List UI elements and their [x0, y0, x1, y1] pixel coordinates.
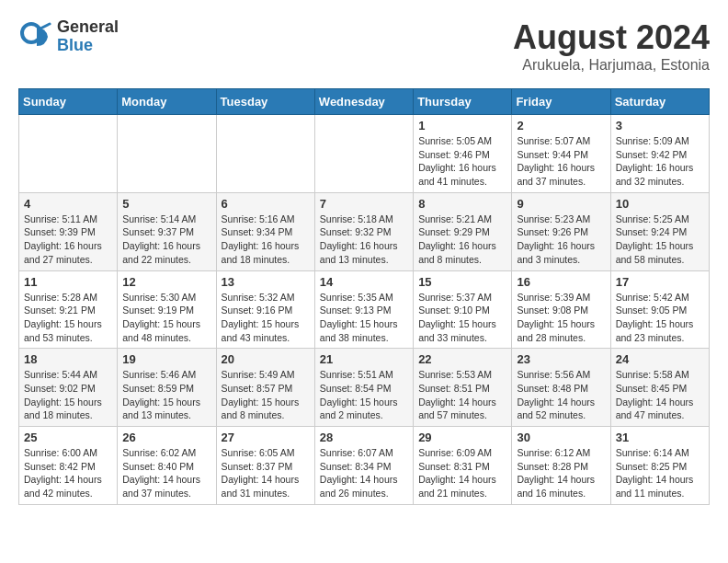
- day-number: 18: [24, 352, 112, 366]
- calendar-table: SundayMondayTuesdayWednesdayThursdayFrid…: [18, 88, 710, 505]
- day-number: 29: [418, 431, 506, 444]
- day-info: Sunrise: 5:30 AM Sunset: 9:19 PM Dayligh…: [122, 291, 210, 345]
- day-number: 11: [24, 275, 112, 289]
- day-info: Sunrise: 5:23 AM Sunset: 9:26 PM Dayligh…: [517, 213, 605, 267]
- weekday-header-row: SundayMondayTuesdayWednesdayThursdayFrid…: [19, 89, 710, 115]
- day-info: Sunrise: 5:53 AM Sunset: 8:51 PM Dayligh…: [418, 368, 506, 422]
- day-number: 30: [517, 431, 605, 444]
- calendar-cell: 16Sunrise: 5:39 AM Sunset: 9:08 PM Dayli…: [512, 270, 610, 349]
- calendar-cell: 19Sunrise: 5:46 AM Sunset: 8:59 PM Dayli…: [118, 349, 216, 427]
- day-info: Sunrise: 5:09 AM Sunset: 9:42 PM Dayligh…: [616, 134, 704, 189]
- weekday-header-tuesday: Tuesday: [216, 89, 314, 115]
- calendar-cell: [19, 115, 118, 193]
- weekday-header-sunday: Sunday: [19, 89, 118, 115]
- day-number: 1: [418, 119, 506, 132]
- calendar-cell: 27Sunrise: 6:05 AM Sunset: 8:37 PM Dayli…: [216, 427, 314, 505]
- logo-text: General Blue: [57, 18, 119, 55]
- logo-blue-text: Blue: [57, 37, 119, 55]
- calendar-cell: 31Sunrise: 6:14 AM Sunset: 8:25 PM Dayli…: [610, 427, 709, 505]
- calendar-cell: 24Sunrise: 5:58 AM Sunset: 8:45 PM Dayli…: [610, 349, 709, 427]
- day-number: 16: [517, 275, 605, 289]
- day-number: 15: [418, 275, 506, 289]
- day-number: 22: [418, 352, 506, 366]
- logo: General Blue: [18, 18, 119, 55]
- day-info: Sunrise: 6:02 AM Sunset: 8:40 PM Dayligh…: [122, 446, 210, 500]
- calendar-cell: [314, 115, 413, 193]
- day-number: 20: [222, 352, 310, 366]
- logo-general-text: General: [57, 18, 119, 37]
- calendar-header: SundayMondayTuesdayWednesdayThursdayFrid…: [19, 89, 710, 115]
- calendar-cell: 26Sunrise: 6:02 AM Sunset: 8:40 PM Dayli…: [118, 427, 216, 505]
- day-info: Sunrise: 5:42 AM Sunset: 9:05 PM Dayligh…: [616, 291, 704, 345]
- day-info: Sunrise: 5:37 AM Sunset: 9:10 PM Dayligh…: [418, 291, 506, 345]
- day-info: Sunrise: 5:58 AM Sunset: 8:45 PM Dayligh…: [616, 368, 704, 422]
- day-number: 4: [24, 197, 112, 211]
- page-header: General Blue August 2024 Arukuela, Harju…: [18, 18, 710, 74]
- week-row-1: 1Sunrise: 5:05 AM Sunset: 9:46 PM Daylig…: [19, 115, 710, 193]
- calendar-cell: 1Sunrise: 5:05 AM Sunset: 9:46 PM Daylig…: [414, 115, 512, 193]
- calendar-cell: 14Sunrise: 5:35 AM Sunset: 9:13 PM Dayli…: [314, 270, 413, 349]
- calendar-cell: 18Sunrise: 5:44 AM Sunset: 9:02 PM Dayli…: [19, 349, 118, 427]
- calendar-cell: 2Sunrise: 5:07 AM Sunset: 9:44 PM Daylig…: [512, 115, 610, 193]
- calendar-cell: 17Sunrise: 5:42 AM Sunset: 9:05 PM Dayli…: [610, 270, 709, 349]
- day-number: 25: [24, 431, 112, 444]
- week-row-3: 11Sunrise: 5:28 AM Sunset: 9:21 PM Dayli…: [19, 270, 710, 349]
- day-info: Sunrise: 5:56 AM Sunset: 8:48 PM Dayligh…: [517, 368, 605, 422]
- day-info: Sunrise: 5:32 AM Sunset: 9:16 PM Dayligh…: [222, 291, 310, 345]
- day-info: Sunrise: 5:28 AM Sunset: 9:21 PM Dayligh…: [24, 291, 112, 345]
- day-info: Sunrise: 5:44 AM Sunset: 9:02 PM Dayligh…: [24, 368, 112, 422]
- weekday-header-thursday: Thursday: [414, 89, 512, 115]
- day-info: Sunrise: 5:05 AM Sunset: 9:46 PM Dayligh…: [418, 134, 506, 189]
- day-number: 12: [122, 275, 210, 289]
- day-info: Sunrise: 6:07 AM Sunset: 8:34 PM Dayligh…: [320, 446, 408, 500]
- day-number: 17: [616, 275, 704, 289]
- calendar-cell: 4Sunrise: 5:11 AM Sunset: 9:39 PM Daylig…: [19, 192, 118, 270]
- day-number: 3: [616, 119, 704, 132]
- day-info: Sunrise: 5:11 AM Sunset: 9:39 PM Dayligh…: [24, 213, 112, 267]
- calendar-cell: 15Sunrise: 5:37 AM Sunset: 9:10 PM Dayli…: [414, 270, 512, 349]
- calendar-cell: 21Sunrise: 5:51 AM Sunset: 8:54 PM Dayli…: [314, 349, 413, 427]
- calendar-cell: 25Sunrise: 6:00 AM Sunset: 8:42 PM Dayli…: [19, 427, 118, 505]
- day-info: Sunrise: 5:21 AM Sunset: 9:29 PM Dayligh…: [418, 213, 506, 267]
- day-number: 28: [320, 431, 408, 444]
- day-info: Sunrise: 5:35 AM Sunset: 9:13 PM Dayligh…: [320, 291, 408, 345]
- calendar-cell: 28Sunrise: 6:07 AM Sunset: 8:34 PM Dayli…: [314, 427, 413, 505]
- day-number: 9: [517, 197, 605, 211]
- day-info: Sunrise: 5:25 AM Sunset: 9:24 PM Dayligh…: [616, 213, 704, 267]
- week-row-2: 4Sunrise: 5:11 AM Sunset: 9:39 PM Daylig…: [19, 192, 710, 270]
- calendar-cell: 7Sunrise: 5:18 AM Sunset: 9:32 PM Daylig…: [314, 192, 413, 270]
- day-info: Sunrise: 6:09 AM Sunset: 8:31 PM Dayligh…: [418, 446, 506, 500]
- week-row-4: 18Sunrise: 5:44 AM Sunset: 9:02 PM Dayli…: [19, 349, 710, 427]
- day-info: Sunrise: 6:12 AM Sunset: 8:28 PM Dayligh…: [517, 446, 605, 500]
- weekday-header-saturday: Saturday: [610, 89, 709, 115]
- weekday-header-friday: Friday: [512, 89, 610, 115]
- calendar-cell: 13Sunrise: 5:32 AM Sunset: 9:16 PM Dayli…: [216, 270, 314, 349]
- day-info: Sunrise: 6:00 AM Sunset: 8:42 PM Dayligh…: [24, 446, 112, 500]
- day-number: 13: [222, 275, 310, 289]
- calendar-cell: 3Sunrise: 5:09 AM Sunset: 9:42 PM Daylig…: [610, 115, 709, 193]
- calendar-cell: 23Sunrise: 5:56 AM Sunset: 8:48 PM Dayli…: [512, 349, 610, 427]
- day-number: 6: [222, 197, 310, 211]
- calendar-cell: 20Sunrise: 5:49 AM Sunset: 8:57 PM Dayli…: [216, 349, 314, 427]
- location-subtitle: Arukuela, Harjumaa, Estonia: [513, 57, 710, 74]
- calendar-cell: 6Sunrise: 5:16 AM Sunset: 9:34 PM Daylig…: [216, 192, 314, 270]
- day-number: 31: [616, 431, 704, 444]
- calendar-cell: 30Sunrise: 6:12 AM Sunset: 8:28 PM Dayli…: [512, 427, 610, 505]
- day-number: 8: [418, 197, 506, 211]
- day-info: Sunrise: 5:16 AM Sunset: 9:34 PM Dayligh…: [222, 213, 310, 267]
- calendar-cell: 22Sunrise: 5:53 AM Sunset: 8:51 PM Dayli…: [414, 349, 512, 427]
- day-number: 7: [320, 197, 408, 211]
- calendar-cell: 5Sunrise: 5:14 AM Sunset: 9:37 PM Daylig…: [118, 192, 216, 270]
- day-info: Sunrise: 6:05 AM Sunset: 8:37 PM Dayligh…: [222, 446, 310, 500]
- day-number: 14: [320, 275, 408, 289]
- logo-icon: [18, 20, 51, 53]
- calendar-cell: [118, 115, 216, 193]
- day-info: Sunrise: 5:51 AM Sunset: 8:54 PM Dayligh…: [320, 368, 408, 422]
- day-number: 19: [122, 352, 210, 366]
- day-number: 26: [122, 431, 210, 444]
- day-info: Sunrise: 5:07 AM Sunset: 9:44 PM Dayligh…: [517, 134, 605, 189]
- calendar-cell: [216, 115, 314, 193]
- weekday-header-monday: Monday: [118, 89, 216, 115]
- calendar-cell: 10Sunrise: 5:25 AM Sunset: 9:24 PM Dayli…: [610, 192, 709, 270]
- day-number: 5: [122, 197, 210, 211]
